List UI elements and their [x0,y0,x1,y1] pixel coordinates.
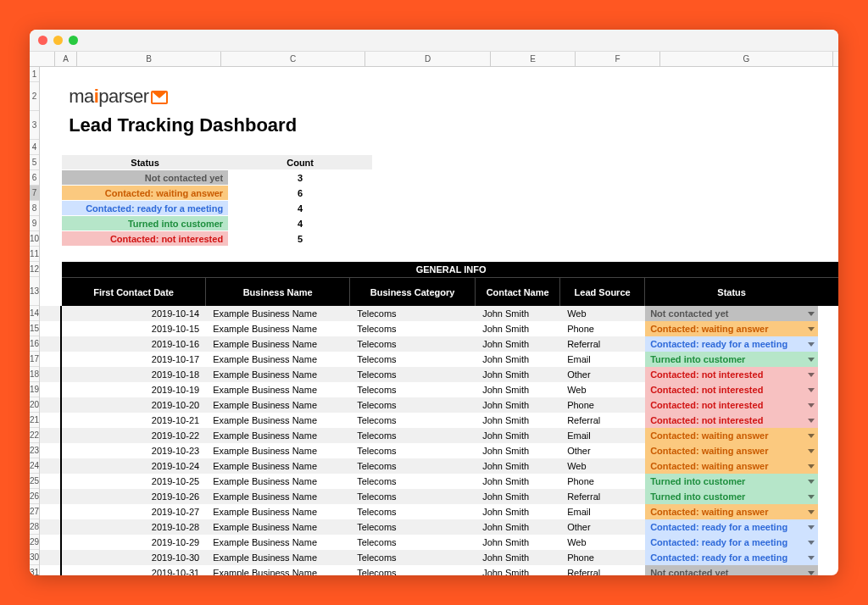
blank-row[interactable] [40,140,838,155]
cell-category[interactable]: Telecoms [350,367,476,382]
cell-category[interactable]: Telecoms [350,489,476,504]
cell-contact[interactable]: John Smith [476,352,560,367]
row-header[interactable]: 26 [30,489,39,504]
close-icon[interactable] [38,36,47,45]
cell-status-dropdown[interactable]: Contacted: ready for a meeting [645,519,818,535]
cell-status-dropdown[interactable]: Turned into customer [645,474,818,489]
cell-category[interactable]: Telecoms [350,565,476,575]
blank-row[interactable] [40,67,838,82]
cell-business[interactable]: Example Business Name [206,367,350,382]
cell-contact[interactable]: John Smith [476,443,560,458]
cell-category[interactable]: Telecoms [350,550,476,565]
th-category[interactable]: Business Category [350,278,476,306]
cell-category[interactable]: Telecoms [350,535,476,550]
row-header[interactable]: 1 [30,67,39,82]
cell-category[interactable]: Telecoms [350,504,476,519]
cell-status-dropdown[interactable]: Contacted: not interested [645,413,818,428]
cell-category[interactable]: Telecoms [350,336,476,352]
cell-date[interactable]: 2019-10-15 [62,321,206,336]
cell-business[interactable]: Example Business Name [206,336,350,352]
cell-business[interactable]: Example Business Name [206,474,350,489]
cell-contact[interactable]: John Smith [476,535,560,550]
cell-contact[interactable]: John Smith [476,489,560,504]
cell-source[interactable]: Email [560,352,645,367]
cell-business[interactable]: Example Business Name [206,489,350,504]
cell-status-dropdown[interactable]: Contacted: waiting answer [645,458,818,474]
cell-source[interactable]: Other [560,443,645,458]
cell-contact[interactable]: John Smith [476,336,560,352]
cell-status-dropdown[interactable]: Contacted: not interested [645,397,818,413]
cell-business[interactable]: Example Business Name [206,397,350,413]
col-header-b[interactable]: B [77,52,221,66]
cell-source[interactable]: Web [560,382,645,397]
cell-date[interactable]: 2019-10-14 [62,306,206,321]
cell-date[interactable]: 2019-10-17 [62,352,206,367]
row-header[interactable]: 20 [30,397,39,413]
row-header[interactable]: 17 [30,352,39,367]
cell-source[interactable]: Other [560,367,645,382]
col-header-a[interactable]: A [55,52,77,66]
cell-category[interactable]: Telecoms [350,443,476,458]
cell-status-dropdown[interactable]: Contacted: waiting answer [645,321,818,336]
cell-status-dropdown[interactable]: Contacted: not interested [645,382,818,397]
row-header[interactable]: 31 [30,565,39,575]
row-header[interactable]: 23 [30,443,39,458]
th-status[interactable]: Status [645,278,818,306]
row-header[interactable]: 14 [30,306,39,321]
cell-source[interactable]: Phone [560,474,645,489]
minimize-icon[interactable] [53,36,63,45]
cell-contact[interactable]: John Smith [476,504,560,519]
cell-date[interactable]: 2019-10-29 [62,535,206,550]
th-business[interactable]: Business Name [206,278,350,306]
cell-status-dropdown[interactable]: Contacted: ready for a meeting [645,336,818,352]
cell-business[interactable]: Example Business Name [206,550,350,565]
row-header[interactable]: 30 [30,550,39,565]
cell-contact[interactable]: John Smith [476,321,560,336]
cell-category[interactable]: Telecoms [350,458,476,474]
cell-category[interactable]: Telecoms [350,306,476,321]
cell-source[interactable]: Referral [560,336,645,352]
row-header[interactable]: 21 [30,413,39,428]
cell-status-dropdown[interactable]: Not contacted yet [645,565,818,575]
cell-business[interactable]: Example Business Name [206,519,350,535]
th-contact[interactable]: Contact Name [476,278,560,306]
row-header[interactable]: 9 [30,216,39,231]
cell-business[interactable]: Example Business Name [206,504,350,519]
cell-date[interactable]: 2019-10-20 [62,397,206,413]
cell-date[interactable]: 2019-10-16 [62,336,206,352]
cell-business[interactable]: Example Business Name [206,382,350,397]
cell-source[interactable]: Web [560,458,645,474]
cell-category[interactable]: Telecoms [350,397,476,413]
cell-contact[interactable]: John Smith [476,550,560,565]
row-header[interactable]: 3 [30,111,39,140]
cell-source[interactable]: Phone [560,550,645,565]
cell-status-dropdown[interactable]: Turned into customer [645,489,818,504]
row-header[interactable]: 25 [30,474,39,489]
cell-date[interactable]: 2019-10-19 [62,382,206,397]
cell-source[interactable]: Other [560,519,645,535]
row-header[interactable]: 4 [30,140,39,155]
cell-business[interactable]: Example Business Name [206,352,350,367]
cell-status-dropdown[interactable]: Contacted: waiting answer [645,504,818,519]
cell-date[interactable]: 2019-10-22 [62,428,206,443]
cell-date[interactable]: 2019-10-25 [62,474,206,489]
row-header[interactable]: 2 [30,82,39,111]
cell-category[interactable]: Telecoms [350,352,476,367]
cell-status-dropdown[interactable]: Not contacted yet [645,306,818,321]
cell-date[interactable]: 2019-10-18 [62,367,206,382]
cell-status-dropdown[interactable]: Contacted: not interested [645,367,818,382]
cell-category[interactable]: Telecoms [350,321,476,336]
cell-source[interactable]: Referral [560,565,645,575]
row-header[interactable]: 12 [30,262,39,277]
row-header[interactable]: 24 [30,458,39,474]
cell-date[interactable]: 2019-10-23 [62,443,206,458]
col-header-f[interactable]: F [576,52,660,66]
cell-date[interactable]: 2019-10-30 [62,550,206,565]
cell-category[interactable]: Telecoms [350,428,476,443]
cell-category[interactable]: Telecoms [350,519,476,535]
cell-business[interactable]: Example Business Name [206,413,350,428]
cell-source[interactable]: Web [560,535,645,550]
cell-date[interactable]: 2019-10-31 [62,565,206,575]
cell-business[interactable]: Example Business Name [206,458,350,474]
col-header-c[interactable]: C [221,52,365,66]
